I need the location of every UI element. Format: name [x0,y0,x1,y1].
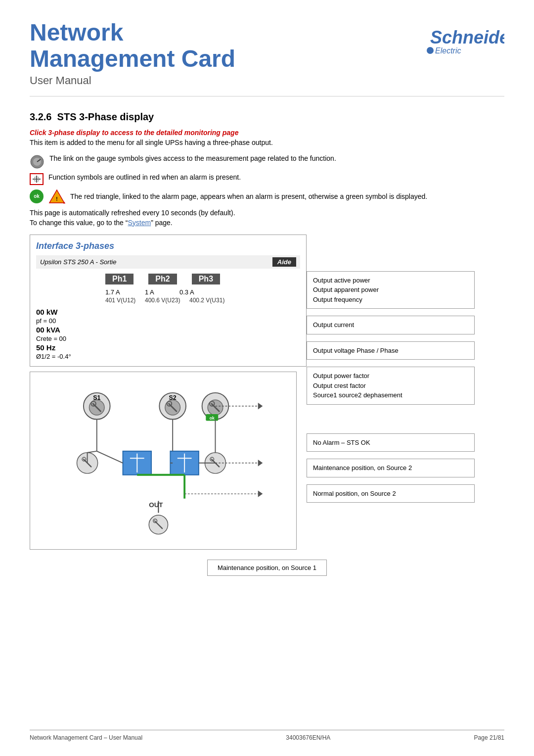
icon-function-row: Function symbols are outlined in red whe… [30,173,504,185]
sts-diagram-box: S1 S2 [30,372,297,550]
footer-left: Network Management Card – User Manual [30,734,142,741]
section-title: 3.2.6 STS 3-Phase display [30,111,504,123]
bottom-callout: Maintenance position, on Source 1 [30,560,504,576]
callout-box-4: Output power factor Output crest factor … [307,367,475,405]
title-line2: Management Card [30,46,235,72]
callout-4-line3: Source1 source2 dephasement [313,390,468,400]
hz-value: 50 Hz [36,343,300,352]
alarm-triangle-icon: ! alarm [48,189,65,204]
callout-6-line1: Maintenance position, on Source 2 [313,463,468,473]
callout-spacer2 [307,412,475,426]
svg-text:alarm: alarm [63,201,65,204]
callout-2-line1: Output current [313,320,468,330]
phases-header-row: Ph1 Ph2 Ph3 [105,274,300,286]
bottom-callout-box: Maintenance position, on Source 1 [207,560,327,576]
callout-box-5: No Alarm – STS OK [307,433,475,452]
voltage-values-row: 401 V​(U12) 400.6 V​(U23) 400.2 V​(U31) [105,297,300,304]
callout-box-1: Output active power Output apparent powe… [307,271,475,309]
title-block: Network Management Card User Manual [30,20,235,87]
phase2-header: Ph2 [148,274,177,284]
icon-gauge-row: The link on the gauge symbols gives acce… [30,154,504,169]
schneider-logo: Schneider Electric [425,25,504,54]
current-ph1: 1.7 A [105,288,145,296]
kva-value: 00 kVA [36,326,300,334]
pf-line: pf = 00 [36,317,300,325]
refresh-line2: To change this value, go to the “System”… [30,219,504,227]
svg-text:Electric: Electric [435,47,461,54]
subtitle: User Manual [30,74,235,87]
footer-center: 34003676EN/HA [286,734,330,741]
svg-marker-55 [258,403,263,409]
phase1-header: Ph1 [105,274,134,284]
footer-right: Page 21/81 [474,734,504,741]
aide-button[interactable]: Aide [272,257,296,267]
callout-box-3: Output voltage Phase / Phase [307,341,475,360]
main-diagram-area: Interface 3-phases Upsilon STS 250 A - S… [30,235,504,550]
voltage-ph2: 400.6 V​(U23) [145,297,189,304]
icon3-text: The red triangle, linked to the alarm pa… [70,192,427,200]
callout-spacer1 [307,235,475,264]
callout-4-line2: Output crest factor [313,381,468,391]
interface-title: Interface 3-phases [36,241,300,251]
device-name: Upsilon STS 250 A - Sortie [40,258,116,266]
title-line1: Network [30,20,235,46]
sts-diagram-svg: S1 S2 [38,380,288,541]
callout-4-line1: Output power factor [313,371,468,381]
svg-text:OUT: OUT [149,501,163,509]
interface-header: Upsilon STS 250 A - Sortie Aide [36,255,300,269]
green-ok-icon: ok [30,189,44,203]
svg-line-48 [97,451,123,463]
interface-box: Interface 3-phases Upsilon STS 250 A - S… [30,235,307,367]
callout-box-6: Maintenance position, on Source 2 [307,459,475,477]
callout-box-7: Normal position, on Source 2 [307,484,475,503]
svg-point-1 [427,47,434,54]
voltage-ph1: 401 V​(U12) [105,297,145,304]
header-divider [30,96,504,96]
icon-alarm-row: ok ! alarm The red triangle, linked to t… [30,189,504,204]
icon1-text: The link on the gauge symbols gives acce… [49,154,336,162]
svg-text:ok: ok [210,415,215,420]
refresh-line1: This page is automatically refreshed eve… [30,209,504,217]
callout-1-line2: Output apparent power [313,285,468,295]
function-symbol-icon [30,173,44,185]
svg-text:Schneider: Schneider [430,27,504,47]
callout-1-line3: Output frequency [313,295,468,305]
callout-1-line1: Output active power [313,276,468,285]
phase3-header: Ph3 [192,274,220,284]
page: Network Management Card User Manual Schn… [0,0,534,756]
gauge-icon [30,154,44,169]
current-ph2: 1 A [145,288,179,296]
svg-marker-59 [258,490,263,497]
callout-5-line1: No Alarm – STS OK [313,438,468,448]
footer: Network Management Card – User Manual 34… [30,730,504,741]
svg-marker-57 [258,460,263,466]
svg-text:!: ! [56,196,57,202]
kw-value: 00 kW [36,308,300,316]
callout-7-line1: Normal position, on Source 2 [313,489,468,499]
voltage-ph3: 400.2 V​(U31) [189,297,224,304]
crete-value: Crete = 00 [36,335,300,342]
desc1: This item is added to the menu for all s… [30,139,504,146]
click-instruction: Click 3-phase display to access to the d… [30,129,504,137]
current-ph3: 0.3 A [179,288,194,296]
header: Network Management Card User Manual Schn… [30,20,504,87]
callouts-panel: Output active power Output apparent powe… [307,235,475,503]
interface-panel: Interface 3-phases Upsilon STS 250 A - S… [30,235,297,550]
logo-block: Schneider Electric [425,25,504,54]
system-link[interactable]: System [128,219,151,227]
current-values-row: 1.7 A 1 A 0.3 A [105,288,300,296]
callout-3-line1: Output voltage Phase / Phase [313,346,468,356]
svg-line-53 [88,451,97,452]
icon2-text: Function symbols are outlined in red whe… [48,173,241,181]
phi-value: Ø1/2 = -0.4° [36,353,300,360]
callout-box-2: Output current [307,316,475,334]
